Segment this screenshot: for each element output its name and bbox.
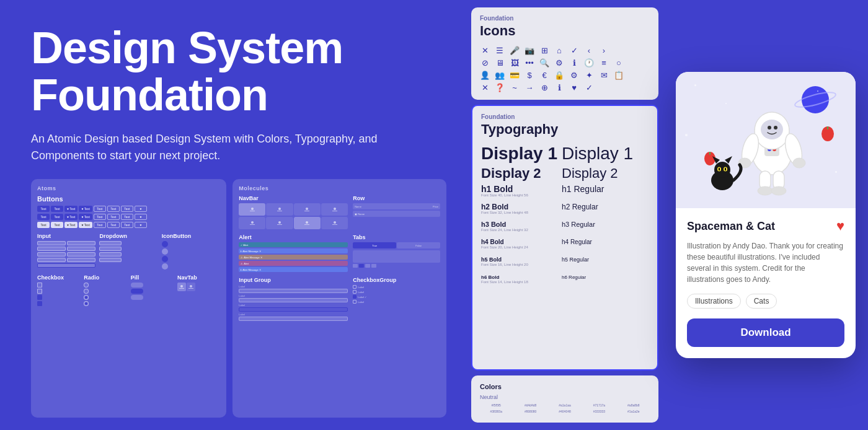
menu-icon: ☰ [495, 45, 505, 55]
ig-input-active[interactable] [239, 307, 348, 312]
cg-checkbox[interactable] [353, 285, 356, 289]
mini-icon-btn[interactable] [162, 263, 168, 270]
mini-input[interactable] [67, 252, 95, 257]
x-icon: ✕ [480, 45, 490, 55]
navbar-section: NavBar [239, 195, 348, 230]
h4-sub: Font Size 20, Line Height 24 [481, 245, 562, 249]
nav-item-history[interactable] [294, 203, 321, 216]
cg-item: Label [353, 285, 440, 289]
mini-select[interactable] [99, 241, 122, 245]
page-btn[interactable] [371, 264, 376, 268]
nav-item-shop[interactable] [266, 203, 293, 216]
atoms-preview-card: Atoms Buttons Text Text ♥ Text ♥ Text Te… [31, 179, 226, 418]
mini-input[interactable] [37, 258, 66, 262]
mini-checkbox[interactable] [37, 289, 42, 294]
page-btn[interactable] [353, 264, 358, 268]
ig-input[interactable] [239, 317, 348, 321]
mini-input[interactable] [67, 241, 95, 245]
shop-icon [278, 208, 281, 210]
nav-item-shop-2[interactable] [266, 217, 293, 229]
tag-cats[interactable]: Cats [746, 294, 777, 309]
color-hex: #404048 [559, 410, 570, 413]
tab-true[interactable]: True [353, 242, 396, 248]
astro-eye-l [768, 126, 771, 129]
typo-h5: h5 Bold Font Size 16, Line Height 20 h5 … [481, 253, 649, 268]
dropdown-title: Dropdown [99, 233, 157, 239]
card-icon: 💳 [510, 70, 520, 80]
radio-title: Radio [84, 274, 126, 281]
checkbox-group-title: CheckboxGroup [353, 277, 440, 283]
mini-btn: ♥ Text [64, 206, 78, 212]
h6-bold: h6 Bold [481, 274, 499, 280]
search-icon: 🔍 [539, 58, 549, 68]
mini-pill[interactable] [131, 283, 143, 287]
scissors-icon: ✕ [480, 82, 490, 92]
tabs-section: Tabs True False [353, 234, 440, 273]
mini-input[interactable] [37, 263, 95, 268]
cg-item: Label [353, 290, 440, 294]
mini-input[interactable] [37, 252, 66, 257]
ig-input[interactable] [239, 289, 348, 293]
chart-icon: ~ [510, 82, 520, 92]
astro-eye-r [774, 126, 777, 129]
mini-select[interactable] [99, 252, 122, 257]
left-section: Design System Foundation An Atomic Desig… [0, 0, 471, 430]
image-icon: 🖼 [510, 58, 520, 68]
monitor-icon: 🖥 [495, 58, 505, 68]
download-button[interactable]: Download [687, 318, 844, 347]
mini-radio[interactable] [84, 289, 89, 294]
mini-input[interactable] [67, 258, 95, 262]
mini-select[interactable] [99, 247, 122, 251]
mini-pill[interactable] [131, 295, 143, 300]
mini-select[interactable] [99, 258, 122, 262]
mini-btn: ♥ Text [79, 206, 92, 212]
page-btn-active[interactable] [359, 264, 364, 268]
checkbox-section: Checkbox [37, 274, 80, 307]
mini-checkbox-checked[interactable] [37, 295, 42, 300]
cg-checkbox[interactable] [353, 290, 356, 294]
row-title: Row [353, 195, 440, 201]
navtab-item-shop[interactable] [187, 283, 195, 291]
h5-bold: h5 Bold [481, 257, 502, 263]
nav-item-history-2[interactable] [294, 217, 321, 229]
nav-item-account[interactable] [321, 203, 348, 216]
btn-row-2: Text Text ♥ Text ♥ Text Text Text Text ♥ [37, 214, 220, 220]
mini-checkbox-checked[interactable] [37, 301, 42, 306]
cg-item-checked: Label ✓ [353, 295, 440, 299]
circle-icon: ○ [614, 58, 624, 68]
page-btn[interactable] [365, 264, 370, 268]
cg-checkbox-checked[interactable] [353, 295, 356, 299]
mini-icon-btn[interactable] [162, 241, 168, 247]
mini-checkbox[interactable] [37, 283, 42, 287]
astro-boot-r [771, 186, 786, 195]
ig-input[interactable] [239, 298, 348, 302]
heart-icon: ♥ [836, 218, 844, 234]
tab-false[interactable]: False [397, 242, 440, 248]
mini-btn: Text [37, 222, 50, 228]
mini-pill-active[interactable] [131, 289, 143, 294]
mini-radio-checked[interactable] [84, 295, 89, 300]
cg-checkbox[interactable] [353, 300, 356, 304]
molecules-label: Molecules [239, 185, 440, 191]
navtab-dot [190, 285, 192, 287]
nav-item-home[interactable] [239, 203, 265, 216]
mini-icon-btn[interactable] [162, 256, 168, 262]
card-content: Spaceman & Cat ♥ Illustration by Andy Da… [676, 208, 856, 358]
nav-item-home-2[interactable] [239, 217, 265, 229]
pill-title: Pill [131, 274, 174, 281]
nav-item-account-2[interactable] [321, 217, 348, 229]
mini-icon-btn[interactable] [162, 248, 168, 255]
ellipsis-icon: ••• [525, 58, 534, 68]
icon-row: ⊘ 🖥 🖼 ••• 🔍 ⚙ ℹ 🕐 ≡ ○ [480, 58, 650, 68]
typo-h2: h2 Bold Font Size 32, Line Height 48 h2 … [481, 201, 649, 216]
component-previews: Atoms Buttons Text Text ♥ Text ♥ Text Te… [31, 179, 446, 418]
mini-radio-checked[interactable] [84, 301, 89, 306]
row-item[interactable]: ▣ Name [353, 211, 440, 217]
tag-illustrations[interactable]: Illustrations [687, 294, 741, 309]
mini-input[interactable] [37, 241, 66, 245]
mini-radio[interactable] [84, 283, 89, 287]
mini-input[interactable] [37, 247, 66, 251]
navtab-item-home[interactable] [177, 283, 186, 291]
mini-input[interactable] [67, 247, 95, 251]
icons-panel-title: Icons [480, 23, 650, 39]
